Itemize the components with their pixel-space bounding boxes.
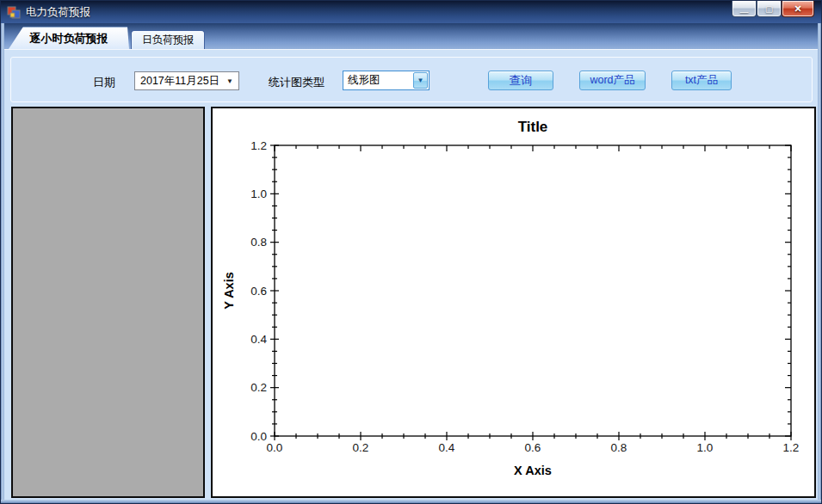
- close-icon: ✕: [794, 3, 801, 15]
- chart-type-value: 线形图: [348, 73, 380, 88]
- window-frame-right: [818, 23, 821, 503]
- tab-hourly-load-forecast[interactable]: 逐小时负荷预报: [9, 27, 129, 49]
- window-controls: — ▢ ✕: [732, 1, 814, 17]
- tab-page: 日期 2017年11月25日 ▼ 统计图类型 线形图 ▼ 查询 word产品 t…: [4, 49, 818, 500]
- chart-type-combobox[interactable]: 线形图 ▼: [343, 71, 430, 90]
- minimize-button[interactable]: —: [732, 1, 757, 17]
- chart-type-label: 统计图类型: [269, 75, 324, 90]
- svg-text:Title: Title: [518, 119, 548, 135]
- combo-dropdown-icon[interactable]: ▼: [413, 72, 428, 89]
- svg-text:1.2: 1.2: [783, 441, 800, 454]
- tab-strip: 逐小时负荷预报 日负荷预报: [2, 23, 820, 49]
- svg-text:Y Axis: Y Axis: [222, 272, 236, 310]
- window-frame-bottom: [1, 500, 821, 503]
- svg-text:1.0: 1.0: [697, 441, 714, 454]
- close-button[interactable]: ✕: [782, 1, 814, 17]
- svg-text:0.8: 0.8: [611, 441, 627, 454]
- app-window: 电力负荷预报 — ▢ ✕ 逐小时负荷预报 日负荷预报 日期 2017年11月25…: [0, 0, 822, 504]
- svg-text:X Axis: X Axis: [514, 464, 552, 477]
- chart-canvas: 0.00.20.40.60.81.01.20.00.20.40.60.81.01…: [213, 108, 814, 496]
- query-button[interactable]: 查询: [488, 71, 553, 90]
- svg-text:0.6: 0.6: [525, 441, 541, 454]
- minimize-icon: —: [740, 7, 749, 16]
- tab-daily-load-forecast[interactable]: 日负荷预报: [131, 30, 205, 49]
- window-frame-left: [1, 23, 4, 503]
- date-label: 日期: [93, 75, 115, 90]
- svg-text:0.4: 0.4: [250, 333, 267, 346]
- svg-text:1.0: 1.0: [250, 187, 267, 200]
- chart-panel: 0.00.20.40.60.81.01.20.00.20.40.60.81.01…: [211, 107, 816, 498]
- svg-text:0.2: 0.2: [250, 381, 267, 394]
- date-picker[interactable]: 2017年11月25日 ▼: [134, 71, 239, 90]
- date-picker-dropdown-icon[interactable]: ▼: [223, 72, 237, 89]
- svg-text:0.0: 0.0: [267, 441, 283, 454]
- app-icon: [7, 5, 21, 19]
- maximize-icon: ▢: [765, 4, 773, 14]
- svg-text:0.2: 0.2: [353, 441, 369, 454]
- svg-text:0.8: 0.8: [250, 236, 267, 249]
- svg-text:0.0: 0.0: [250, 430, 267, 443]
- svg-text:0.4: 0.4: [439, 441, 455, 454]
- titlebar[interactable]: 电力负荷预报 — ▢ ✕: [1, 1, 821, 23]
- left-panel: [11, 107, 205, 498]
- word-export-button[interactable]: word产品: [579, 71, 646, 90]
- maximize-button[interactable]: ▢: [757, 1, 782, 17]
- svg-text:1.2: 1.2: [250, 139, 267, 152]
- svg-text:0.6: 0.6: [250, 285, 267, 298]
- date-picker-value: 2017年11月25日: [140, 74, 219, 89]
- window-title: 电力负荷预报: [26, 5, 90, 20]
- txt-export-button[interactable]: txt产品: [671, 71, 732, 90]
